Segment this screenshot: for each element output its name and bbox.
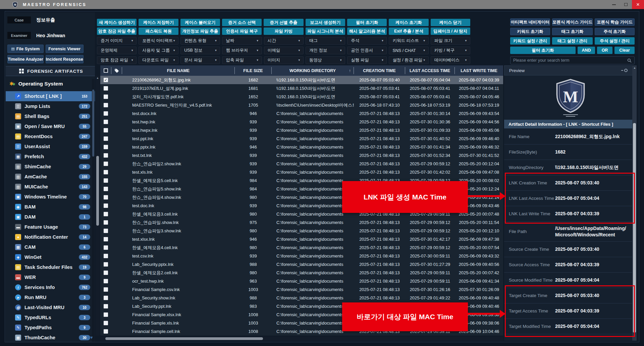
filter-dropdown-태그[interactable]: 태그▼ <box>306 37 345 45</box>
row-checkbox[interactable] <box>104 178 108 183</box>
filter-reset-button[interactable]: 필터 초기화 <box>510 47 576 54</box>
sidebar-item-thumbcache[interactable]: ▦ThumbCache30 <box>6 333 95 342</box>
nav-button-file-system[interactable]: ▤File System <box>7 45 44 53</box>
preview-scrollbar-thumb[interactable] <box>633 123 636 333</box>
filter-dropdown-카빙-복구[interactable]: 카빙 / 복구▼ <box>431 47 470 54</box>
table-row[interactable]: 모터_자사개발도면.pdf.lnk1652\\192.168.0.150\파일서… <box>100 93 503 101</box>
sidebar-item-prefetch[interactable]: ▦Prefetch432 <box>6 152 95 162</box>
preview-scrollbar[interactable]: ▲ <box>632 65 637 341</box>
row-checkbox[interactable] <box>104 279 108 283</box>
toolbar-button-포렌식-학습-가이드[interactable]: 포렌식 학습 가이드 <box>595 18 635 26</box>
sidebar-item-winget[interactable]: ◈WinGet432 <box>6 252 95 262</box>
row-checkbox[interactable] <box>104 321 108 325</box>
horizontal-scrollbar-thumb[interactable] <box>105 337 263 340</box>
filter-dropdown-주석[interactable]: 주석▼ <box>347 37 387 45</box>
minimize-button[interactable] <box>608 0 620 9</box>
sidebar-item-services-info[interactable]: iServices Info762 <box>6 282 95 292</box>
filter-dropdown-공인-인증서[interactable]: 공인 인증서▼ <box>347 47 387 54</box>
vertical-scrollbar-thumb[interactable] <box>96 156 99 226</box>
filter-dropdown-운영체제[interactable]: 운영체제▼ <box>97 47 137 54</box>
filter-dropdown-키워드-리스트[interactable]: 키워드 리스트▼ <box>389 37 428 45</box>
sidebar-item-notification-center[interactable]: ●Notification Center14 <box>6 232 95 242</box>
row-checkbox[interactable] <box>104 237 108 241</box>
sidebar-item-run-mru[interactable]: ▸Run MRU3 <box>6 292 95 302</box>
row-checkbox[interactable] <box>104 254 108 258</box>
filter-dropdown-이미지[interactable]: 이미지▼ <box>264 56 304 64</box>
column-header-working-directory[interactable]: WORKING DIRECTORY↑ <box>272 67 354 74</box>
toolbar-button-케이스-닫기[interactable]: 케이스 닫기 <box>431 19 470 26</box>
sidebar-item-jump-lists[interactable]: ☰Jump Lists172 <box>6 101 95 111</box>
filter-dropdown-실행-파일[interactable]: 실행 파일▼ <box>347 56 387 64</box>
or-operator-button[interactable]: OR <box>597 47 612 54</box>
table-row[interactable]: 한쇼_연습파일.show.lnk975C:\forensic_lab\carvi… <box>100 218 503 227</box>
sidebar-item-feature-usage[interactable]: ▬Feature Usage73 <box>6 222 95 232</box>
row-checkbox[interactable] <box>104 245 108 250</box>
sidebar-item-last-visited-mru[interactable]: ◎Last-Visited MRU10 <box>6 302 95 312</box>
toolbar-button-새-케이스-생성하기[interactable]: 새 케이스 생성하기 <box>97 19 137 26</box>
table-row[interactable]: MAESTRO Series_제안자료_v4.5.pdf.lnk1705\\ts… <box>100 101 503 109</box>
filter-dropdown-데이터베이스[interactable]: 데이터베이스▼ <box>431 56 470 64</box>
row-checkbox[interactable] <box>104 329 108 334</box>
row-checkbox[interactable] <box>104 271 108 275</box>
toolbar-button-해시-알고리즘-분석[interactable]: 해시 알고리즘 분석 <box>347 27 387 35</box>
toolbar-button-포렌식-케이스-가이드[interactable]: 포렌식 케이스 가이드 <box>552 18 593 26</box>
filter-dropdown-암호-잠금-파일[interactable]: 암호 잠금 파일▼ <box>97 56 137 64</box>
sidebar-scrollbar[interactable] <box>92 79 95 342</box>
row-checkbox[interactable] <box>104 120 108 124</box>
row-checkbox[interactable] <box>104 95 108 99</box>
table-row[interactable]: test.txt.lnk939C:\forensic_lab\carving\d… <box>100 151 503 160</box>
row-checkbox[interactable] <box>104 195 108 199</box>
table-row[interactable]: Financial Sample.csv.lnk1003C:\forensic_… <box>100 285 503 294</box>
column-header-creation-time[interactable]: CREATION TIME <box>354 67 405 74</box>
sidebar-item-shimcache[interactable]: ▥ShimCache29 <box>6 162 95 172</box>
sidebar-scrollbar-thumb[interactable] <box>92 90 94 157</box>
toolbar-button-케이스-불러오기[interactable]: 케이스 불러오기 <box>180 19 220 26</box>
sidebar-scroll-down-icon[interactable]: ▼ <box>90 335 94 340</box>
table-row[interactable]: test.docx.lnk946C:\forensic_lab\carving\… <box>100 109 503 118</box>
preview-options-icon[interactable] <box>621 69 628 72</box>
toolbar-button-보고서-생성하기[interactable]: 보고서 생성하기 <box>306 19 345 26</box>
filter-dropdown-컨텐츠-유형[interactable]: 컨텐츠 유형▼ <box>180 37 220 45</box>
sidebar-item-shell-bags[interactable]: ▤Shell Bags251 <box>6 111 95 121</box>
nav-button-incident-response[interactable]: Incident Response <box>46 55 84 63</box>
table-row[interactable]: test.xls.lnk939C:\forensic_lab\carving\d… <box>100 168 503 176</box>
table-horizontal-scrollbar[interactable] <box>100 337 503 341</box>
search-input[interactable] <box>511 58 627 63</box>
sidebar-item-open-save-mru[interactable]: ▣Open / Save MRU55 <box>6 121 95 131</box>
toolbar-button-암호-잠금-파일-추출[interactable]: 암호 잠금 파일 추출 <box>97 27 137 35</box>
table-row[interactable]: test.pptx.lnk946C:\forensic_lab\carving\… <box>100 143 503 151</box>
row-checkbox[interactable] <box>104 86 108 91</box>
close-button[interactable]: ✕ <box>632 0 644 9</box>
toolbar-button-파일-시그니처-분석[interactable]: 파일 시그니처 분석 <box>306 27 345 35</box>
toolbar-button-딥페이크-AI-탐지[interactable]: 딥페이크 / AI 탐지 <box>431 27 470 35</box>
table-row[interactable]: 한쇼_연습파일3.show.lnk980C:\forensic_lab\carv… <box>100 227 503 235</box>
filter-dropdown-웹-브라우저[interactable]: 웹 브라우저▼ <box>222 47 262 54</box>
filter-dropdown-동영상[interactable]: 동영상▼ <box>306 56 345 64</box>
row-checkbox[interactable] <box>104 136 108 141</box>
maximize-button[interactable] <box>620 0 632 9</box>
table-row[interactable]: 한셀_예제모음2.cell.lnk980C:\forensic_lab\carv… <box>100 269 503 277</box>
table-row[interactable]: ✓221006268962_외형도.jpg.lnk1682\\192.168.0… <box>100 76 503 84</box>
row-checkbox[interactable] <box>104 262 108 267</box>
filter-dropdown-증거-이미지[interactable]: 증거 이미지▼ <box>97 37 137 45</box>
filter-dropdown-USB-정보[interactable]: USB 정보▼ <box>180 47 220 54</box>
filter-dropdown-개인-정보[interactable]: 개인 정보▼ <box>306 47 345 54</box>
table-row[interactable]: test.ppt.lnk939C:\forensic_lab\carving\d… <box>100 134 503 143</box>
row-checkbox[interactable] <box>104 204 108 208</box>
row-checkbox[interactable]: ✓ <box>104 78 108 82</box>
filter-dropdown-날짜[interactable]: 날짜▼ <box>222 37 262 45</box>
nav-button-forensic-viewer[interactable]: Forensic Viewer <box>46 45 84 53</box>
row-checkbox[interactable] <box>104 111 108 116</box>
sidebar-item-userassist[interactable]: ☰UserAssist159 <box>6 141 95 152</box>
toolbar-button-키워드-초기화[interactable]: 키워드 초기화 <box>510 28 550 35</box>
sidebar-item-dam[interactable]: ▣DAM1 <box>6 212 95 222</box>
select-all-checkbox-cell[interactable] <box>100 67 111 74</box>
sidebar-item-amcache[interactable]: ▥AmCache155 <box>6 172 95 182</box>
filter-dropdown-사용자-및-그룹[interactable]: 사용자 및 그룹▼ <box>139 47 178 54</box>
table-row[interactable]: 한쇼_연습파일2.show.lnk939C:\forensic_lab\carv… <box>100 160 503 168</box>
filter-dropdown-설정-환경-파일[interactable]: 설정 / 환경 파일▼ <box>389 56 428 64</box>
toolbar-button-주석-초기화[interactable]: 주석 초기화 <box>595 28 635 35</box>
table-row[interactable]: Lab_Security.show.lnk988C:\forensic_lab\… <box>100 294 503 302</box>
toolbar-button-패스워드-복원[interactable]: 패스워드 복원 <box>139 27 178 35</box>
row-checkbox[interactable] <box>104 287 108 292</box>
